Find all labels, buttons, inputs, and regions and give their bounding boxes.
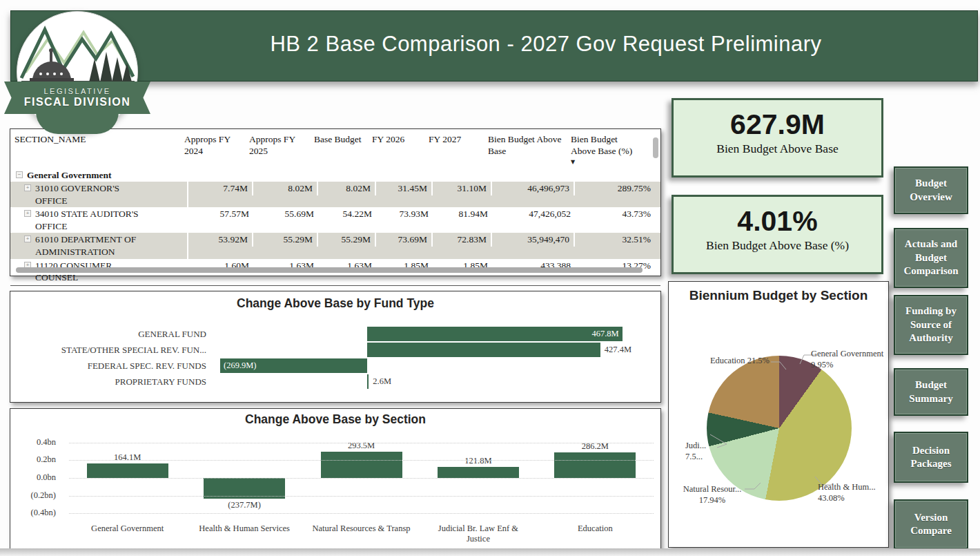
section-chart-panel: Change Above Base by Section 0.4bn0.2bn0… [10,408,661,550]
kpi-card-bien-budget-above-base: 627.9M Bien Budget Above Base [672,98,883,178]
axis-tick-label: 0.4bn [10,437,56,448]
gridline [69,478,654,479]
fund-row: GENERAL FUND467.8M [10,326,660,342]
expand-icon[interactable]: + [24,210,31,217]
value-cell: 55.29M [318,233,376,247]
value-cell: 57.57M [188,207,253,221]
bar-federal-spec-rev-funds[interactable]: (269.9M) [220,358,367,373]
value-cell: 7.74M [188,182,253,195]
bar-state-other-special-rev-fun[interactable] [367,343,600,357]
nav-button-funding-by-source-of-authority[interactable]: Funding by Source of Authority [894,295,968,355]
value-cell: 72.83M [433,233,492,247]
nav-button-budget-overview[interactable]: Budget Overview [894,166,968,214]
row-label: 31010 GOVERNOR'S OFFICE [35,182,153,207]
column-header-label: SECTION_NAME [14,134,86,144]
section-categories: General GovernmentHealth & Human Service… [69,524,654,544]
matrix-scrollbar-vertical[interactable] [653,137,658,158]
logo-line2: FISCAL DIVISION [24,96,131,108]
column-header-bien-budget-above-base[interactable]: Bien Budget Above Base (%)▼ [567,134,647,166]
column-header-approps-fy-2025[interactable]: Approps FY 2025 [245,134,310,157]
value-cell: 31.45M [376,182,433,195]
value-cell: 55.69M [253,207,318,221]
nav-button-budget-summary[interactable]: Budget Summary [894,368,968,416]
row-header-cell: +61010 DEPARTMENT OF ADMINISTRATION [19,233,188,258]
kpi-value: 4.01% [674,206,881,237]
gridline [69,513,654,514]
fund-track: 2.6M [215,374,651,390]
value-cell: 35,949,470 [492,233,575,247]
pie-label-natural-resources: Natural Resour... 17.94% [674,484,750,506]
column-header-label: Approps FY 2025 [249,134,295,156]
nav-button-decision-packages[interactable]: Decision Packages [894,432,968,483]
category-label: FEDERAL SPEC. REV. FUNDS [10,361,215,372]
data-label: 164.1M [69,452,186,463]
data-label: (269.9M) [224,361,257,371]
row-header-cell: +34010 STATE AUDITOR'S OFFICE [19,207,188,233]
column-header-label: Bien Budget Above Base [488,134,562,156]
value-cell: 43.73% [575,207,655,221]
table-row[interactable]: +34010 STATE AUDITOR'S OFFICE57.57M55.69… [10,207,660,233]
matrix-scrollbar-horizontal[interactable] [16,267,643,273]
gridline [69,443,654,443]
pie-label-judicial: Judi... 7.5... [685,441,727,462]
column-header-base-budget[interactable]: Base Budget [310,134,368,146]
table-row[interactable]: +61010 DEPARTMENT OF ADMINISTRATION53.92… [10,233,660,258]
bottom-shadow-strip [0,548,980,556]
value-cell: 55.29M [253,233,318,247]
nav-button-version-compare[interactable]: Version Compare [894,499,968,549]
value-cell: 73.69M [376,233,433,247]
value-cell: 53.92M [188,233,253,247]
pie-label-general-government: General Government 9.95% [811,349,888,370]
bar-general-fund[interactable]: 467.8M [367,327,623,341]
fund-row: STATE/OTHER SPECIAL REV. FUN...427.4M [10,342,660,358]
nav-button-actuals-and-budget-comparison[interactable]: Actuals and Budget Comparison [894,228,968,288]
collapse-icon[interactable]: − [16,171,23,178]
expand-icon[interactable]: + [24,184,31,191]
fund-row: PROPRIETARY FUNDS2.6M [10,374,660,390]
column-header-label: FY 2026 [372,134,404,144]
data-label: 121.8M [420,456,536,466]
category-label: STATE/OTHER SPECIAL REV. FUN... [10,345,215,356]
column-header-fy-2026[interactable]: FY 2026 [368,134,424,146]
value-cell: 31.10M [433,182,492,195]
data-label: (237.7M) [186,500,302,510]
category-label: GENERAL FUND [10,329,215,340]
fund-type-rows: GENERAL FUND467.8MSTATE/OTHER SPECIAL RE… [10,326,660,390]
bar-natural-resources-transp[interactable] [321,452,402,478]
bar-judicial-br-law-enf-justice[interactable] [438,467,519,478]
bar-general-government[interactable] [87,463,168,478]
column-header-fy-2027[interactable]: FY 2027 [424,134,484,146]
bar-proprietary-funds[interactable] [367,374,369,389]
pie-chart-panel: Biennium Budget by Section Education 21.… [668,281,889,548]
matrix-group-row[interactable]: −General Government [10,169,660,182]
expand-icon[interactable]: + [24,236,31,242]
row-label: 61010 DEPARTMENT OF ADMINISTRATION [35,233,153,258]
value-cell: 54.22M [318,207,376,221]
value-cell: 46,496,973 [492,182,575,195]
budget-matrix-panel: SECTION_NAMEApprops FY 2024Approps FY 20… [10,128,661,276]
value-cell: 289.75% [575,182,655,195]
lfd-logo: LEGISLATIVE FISCAL DIVISION [14,10,141,135]
kpi-label: Bien Budget Above Base [674,142,881,156]
bar-education[interactable] [554,452,636,478]
value-cell: 32.51% [575,233,655,247]
group-label: General Government [27,169,112,182]
header-bar: HB 2 Base Comparison - 2027 Gov Request … [10,10,978,82]
value-cell: 81.94M [433,207,492,221]
column-header-label: Base Budget [314,134,362,144]
data-label: 427.4M [605,345,631,355]
column-header-section-name[interactable]: SECTION_NAME [10,134,180,146]
row-header-cell: +31010 GOVERNOR'S OFFICE [19,182,188,207]
matrix-body: −General Government+31010 GOVERNOR'S OFF… [10,169,660,300]
column-header-label: Approps FY 2024 [184,134,231,156]
axis-tick-label: 0.0bn [10,472,56,483]
fund-track: 427.4M [215,342,651,358]
column-header-approps-fy-2024[interactable]: Approps FY 2024 [180,134,245,157]
table-row[interactable]: +31010 GOVERNOR'S OFFICE7.74M8.02M8.02M3… [10,182,660,207]
column-header-bien-budget-above-base[interactable]: Bien Budget Above Base [484,134,567,157]
logo-bottom-arc [36,112,119,134]
section-plot: 164.1M(237.7M)293.5M121.8M286.2M [69,434,654,522]
category-label: Judicial Br. Law Enf & Justice [420,524,536,544]
logo-line1: LEGISLATIVE [44,87,111,95]
gridline [69,460,654,461]
